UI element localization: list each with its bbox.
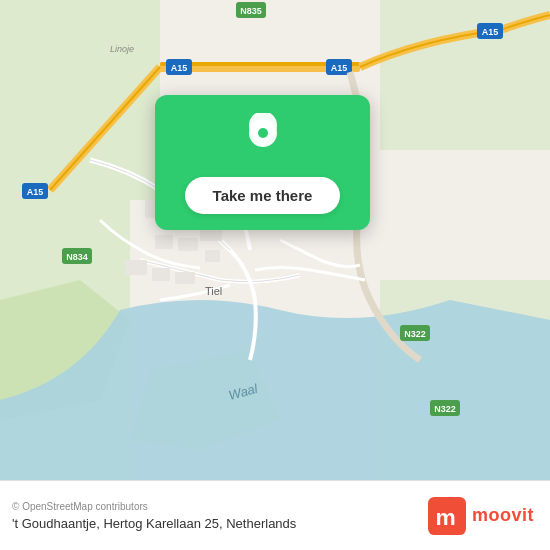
svg-rect-33: [152, 268, 170, 281]
svg-rect-32: [125, 260, 147, 275]
bottom-bar: © OpenStreetMap contributors 't Goudhaan…: [0, 480, 550, 550]
copyright-text: © OpenStreetMap contributors: [12, 501, 296, 512]
address-section: © OpenStreetMap contributors 't Goudhaan…: [12, 501, 296, 531]
svg-text:A15: A15: [482, 27, 499, 37]
location-pin-icon: [237, 113, 289, 165]
svg-rect-34: [175, 272, 195, 284]
moovit-logo: m moovit: [428, 497, 534, 535]
svg-text:N835: N835: [240, 6, 262, 16]
location-card: Take me there: [155, 95, 370, 230]
svg-point-38: [258, 128, 268, 138]
svg-text:A15: A15: [171, 63, 188, 73]
map-container: Waal A15 A15 A15 A15 N835 N834 N322: [0, 0, 550, 480]
svg-text:Tiel: Tiel: [205, 285, 222, 297]
moovit-logo-text: moovit: [472, 505, 534, 526]
svg-text:N322: N322: [434, 404, 456, 414]
svg-rect-30: [178, 238, 198, 251]
svg-rect-1: [0, 0, 160, 200]
svg-rect-29: [155, 235, 173, 249]
svg-text:A15: A15: [331, 63, 348, 73]
svg-text:m: m: [436, 503, 456, 529]
svg-text:Linoje: Linoje: [110, 44, 134, 54]
take-me-there-button[interactable]: Take me there: [185, 177, 341, 214]
map-background: Waal A15 A15 A15 A15 N835 N834 N322: [0, 0, 550, 480]
svg-text:N834: N834: [66, 252, 88, 262]
svg-text:A15: A15: [27, 187, 44, 197]
moovit-logo-icon: m: [428, 497, 466, 535]
svg-text:N322: N322: [404, 329, 426, 339]
address-text: 't Goudhaantje, Hertog Karellaan 25, Net…: [12, 516, 296, 531]
svg-rect-31: [205, 250, 220, 262]
